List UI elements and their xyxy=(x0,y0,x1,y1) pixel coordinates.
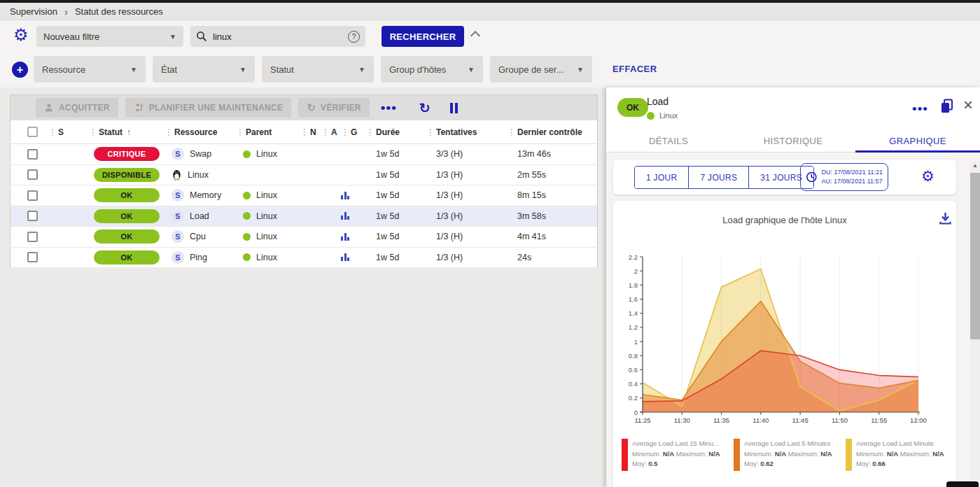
table-row-swap[interactable]: CRITIQUE SSwap Linux 1w 5d 3/3 (H) 13m 4… xyxy=(10,144,597,165)
service-type-icon: S xyxy=(172,210,184,223)
legend-color-bar xyxy=(734,439,740,471)
table-row-ping[interactable]: OK SPing Linux 1w 5d 1/3 (H) 24s xyxy=(10,248,597,269)
filter-chip-label: État xyxy=(161,64,177,75)
pause-icon[interactable] xyxy=(450,103,458,113)
column-header-duration[interactable]: ⋮Durée xyxy=(366,127,426,137)
svg-text:0.4: 0.4 xyxy=(629,380,638,388)
refresh-icon[interactable]: ↻ xyxy=(419,100,430,116)
copy-link-icon[interactable] xyxy=(940,99,954,114)
panel-status-badge: OK xyxy=(617,98,648,117)
custom-period-button[interactable]: DU: 17/08/2021 11:21 AU: 17/08/2021 11:5… xyxy=(800,163,888,191)
panel-header: OK Load Linux ••• × xyxy=(606,87,980,130)
saved-filter-value: Nouveau filtre xyxy=(43,31,99,42)
row-checkbox[interactable] xyxy=(27,190,38,201)
select-all-checkbox[interactable] xyxy=(27,127,38,137)
search-box[interactable]: ? xyxy=(190,26,365,47)
graph-icon[interactable] xyxy=(341,192,366,199)
filter-chip-servicegroups[interactable]: Groupe de ser...▼ xyxy=(490,56,592,83)
service-type-icon: S xyxy=(172,148,184,160)
lastcheck-cell: 8m 15s xyxy=(507,190,597,200)
search-input[interactable] xyxy=(213,31,332,42)
filter-settings-gear-icon[interactable]: ⚙ xyxy=(13,27,29,43)
column-header-g[interactable]: ⋮G xyxy=(341,127,366,137)
breadcrumb-item-resources-status[interactable]: Statut des ressources xyxy=(75,6,163,17)
row-checkbox[interactable] xyxy=(27,232,38,242)
panel-more-actions-icon[interactable]: ••• xyxy=(912,101,928,117)
service-type-icon: S xyxy=(172,230,184,243)
range-1-day-button[interactable]: 1 JOUR xyxy=(635,167,689,188)
table-row-linux-host[interactable]: DISPONIBLE Linux 1w 5d 1/3 (H) 2m 55s xyxy=(10,165,597,186)
host-status-dot-icon xyxy=(243,150,251,158)
graph-icon[interactable] xyxy=(341,212,366,220)
person-icon xyxy=(44,103,54,113)
row-checkbox[interactable] xyxy=(27,169,38,180)
check-button[interactable]: ↻ VÉRIFIER xyxy=(298,98,370,118)
add-criteria-icon[interactable]: + xyxy=(12,62,28,78)
acknowledge-button[interactable]: ACQUITTER xyxy=(36,98,118,118)
table-header: ⋮S ⋮Statut↑ ⋮Ressource ⋮Parent ⋮N ⋮A ⋮G … xyxy=(10,120,597,144)
graph-icon[interactable] xyxy=(341,253,366,261)
column-header-parent[interactable]: ⋮Parent xyxy=(236,127,300,137)
collapse-filters-chevron-icon[interactable] xyxy=(470,31,480,41)
range-7-days-button[interactable]: 7 JOURS xyxy=(689,167,749,188)
filter-chip-status[interactable]: Statut▼ xyxy=(262,56,374,83)
breadcrumb-item-supervision[interactable]: Supervision xyxy=(10,6,57,17)
close-panel-icon[interactable]: × xyxy=(963,95,973,115)
graph-icon[interactable] xyxy=(341,233,366,241)
duration-cell: 1w 5d xyxy=(366,253,426,262)
filter-chip-label: Group d'hôtes xyxy=(389,64,446,75)
svg-text:0: 0 xyxy=(634,409,638,416)
tab-graph[interactable]: GRAPHIQUE xyxy=(855,130,980,152)
svg-text:11:45: 11:45 xyxy=(792,416,808,424)
panel-subtitle: Linux xyxy=(659,111,678,120)
filter-chip-resource[interactable]: Ressource▼ xyxy=(34,56,146,83)
tries-cell: 1/3 (H) xyxy=(426,211,507,221)
export-download-icon[interactable] xyxy=(939,212,951,225)
table-row-cpu[interactable]: OK SCpu Linux 1w 5d 1/3 (H) 4m 41s xyxy=(10,227,597,248)
tab-details[interactable]: DÉTAILS xyxy=(606,130,731,152)
row-checkbox[interactable] xyxy=(27,252,38,262)
row-checkbox[interactable] xyxy=(27,211,38,221)
saved-filter-select[interactable]: Nouveau filtre ▼ xyxy=(36,26,183,47)
table-row-memory[interactable]: OK SMemory Linux 1w 5d 1/3 (H) 8m 15s xyxy=(10,185,597,206)
column-header-tries[interactable]: ⋮Tentatives xyxy=(426,127,507,137)
graph-card: Load graphique de l'hôte Linux 00.20.40.… xyxy=(613,201,956,487)
svg-text:0.8: 0.8 xyxy=(629,352,638,360)
filter-zone: ⚙ Nouveau filtre ▼ ? RECHERCHER + Ressou… xyxy=(0,20,980,87)
tries-cell: 3/3 (H) xyxy=(426,149,507,159)
tries-cell: 1/3 (H) xyxy=(426,190,507,200)
acknowledge-label: ACQUITTER xyxy=(59,103,110,113)
more-actions-icon[interactable]: ••• xyxy=(381,100,397,115)
search-help-icon[interactable]: ? xyxy=(348,31,360,43)
clear-filters-button[interactable]: EFFACER xyxy=(612,64,657,74)
filter-chip-state[interactable]: État▼ xyxy=(153,56,255,83)
filter-chip-hostgroups[interactable]: Group d'hôtes▼ xyxy=(381,56,483,83)
column-header-n[interactable]: ⋮N xyxy=(300,127,321,137)
legend-color-bar xyxy=(846,439,852,471)
panel-scrollbar-thumb[interactable] xyxy=(970,173,980,339)
column-header-resource[interactable]: ⋮Ressource xyxy=(164,127,236,137)
legend-item-load1[interactable]: Average Load Last Minute Minimum: N/A Ma… xyxy=(846,439,951,471)
time-range-button-group: 1 JOUR 7 JOURS 31 JOURS xyxy=(634,166,814,189)
sort-asc-icon: ↑ xyxy=(127,127,131,137)
graph-settings-gear-icon[interactable]: ⚙ xyxy=(921,169,934,183)
svg-text:2: 2 xyxy=(634,267,638,275)
lastcheck-cell: 24s xyxy=(507,253,597,262)
legend-item-load15[interactable]: Average Load Last 15 Minu... Minimum: N/… xyxy=(622,439,727,471)
svg-text:1.4: 1.4 xyxy=(629,309,638,317)
scrollbar-up-arrow-icon[interactable]: ▲ xyxy=(972,162,978,169)
table-row-load[interactable]: OK SLoad Linux 1w 5d 1/3 (H) 3m 58s xyxy=(10,206,597,227)
column-header-a[interactable]: ⋮A xyxy=(321,127,341,137)
column-header-status[interactable]: ⋮Statut↑ xyxy=(89,127,164,137)
duration-cell: 1w 5d xyxy=(366,211,426,221)
column-header-lastcheck[interactable]: ⋮Dernier contrôle xyxy=(507,127,597,137)
resource-name: Linux xyxy=(188,170,209,180)
host-status-dot-icon xyxy=(243,233,251,241)
tab-history[interactable]: HISTORIQUE xyxy=(731,130,855,152)
downtime-button[interactable]: PLANIFIER UNE MAINTENANCE xyxy=(125,98,292,118)
row-checkbox[interactable] xyxy=(27,149,38,160)
tries-cell: 1/3 (H) xyxy=(426,253,507,262)
column-header-severity[interactable]: ⋮S xyxy=(48,127,89,137)
search-button[interactable]: RECHERCHER xyxy=(382,26,464,47)
legend-item-load5[interactable]: Average Load Last 5 Minutes Minimum: N/A… xyxy=(734,439,839,471)
